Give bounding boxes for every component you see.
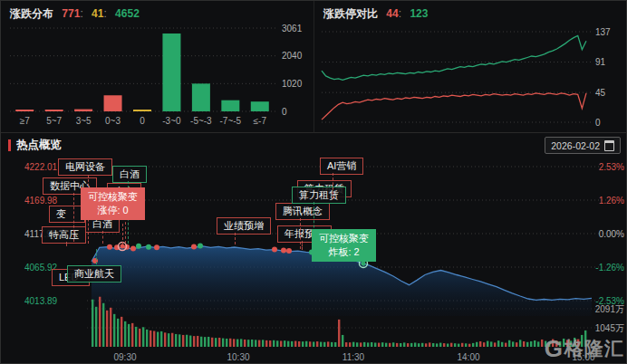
sector-label[interactable]: 央企 xyxy=(107,183,141,200)
x-category-label: -5~-3 xyxy=(190,116,212,126)
hotspot-header: 热点概览 xyxy=(8,138,62,153)
sector-label[interactable]: 白酒 xyxy=(85,216,120,233)
date-picker[interactable]: 2026-02-02 xyxy=(545,137,621,154)
volume-bar xyxy=(128,324,130,347)
volume-bar xyxy=(124,321,126,347)
limit-compare-line-chart: 04591137 xyxy=(314,21,627,133)
volume-bar xyxy=(537,341,539,347)
volume-bar xyxy=(508,340,510,347)
colon: : xyxy=(80,7,82,20)
sector-label[interactable]: 腾讯概念 xyxy=(275,203,330,220)
x-category-label: ≥7 xyxy=(20,116,30,126)
event-dot-green xyxy=(198,244,203,249)
volume-bar xyxy=(468,344,470,347)
event-dot-red xyxy=(281,248,286,254)
volume-bar xyxy=(418,343,420,347)
volume-bar xyxy=(139,329,140,347)
volume-bar xyxy=(541,340,543,347)
volume-bar xyxy=(258,340,260,347)
volume-bar xyxy=(414,342,416,347)
panel-rise-fall-distribution: 涨跌分布 771: 41: 4652 0102020403061≥75~73~5… xyxy=(1,1,314,133)
volume-bar xyxy=(501,342,503,347)
volume-bar xyxy=(157,332,159,347)
volume-bar xyxy=(92,300,93,347)
volume-bar xyxy=(519,340,521,347)
volume-bar xyxy=(483,342,485,347)
right-axis-label: 0.00% xyxy=(599,229,624,239)
volume-bar xyxy=(240,339,242,347)
volume-bar xyxy=(327,341,329,347)
event-dot-red xyxy=(107,244,112,250)
sector-label[interactable]: 年报预增 xyxy=(277,225,332,243)
volume-bar xyxy=(269,340,271,347)
event-dot-red xyxy=(92,258,98,263)
event-ring-dot xyxy=(362,261,366,265)
volume-bar xyxy=(476,342,477,347)
volume-bar xyxy=(178,334,180,347)
volume-bar xyxy=(309,341,311,347)
sector-label[interactable]: 白酒 xyxy=(112,166,147,183)
sector-label[interactable]: 变 xyxy=(49,206,85,223)
market-dashboard: 涨跌分布 771: 41: 4652 0102020403061≥75~73~5… xyxy=(0,0,627,364)
volume-bar xyxy=(135,327,137,347)
distribution-bar-chart: 0102020403061≥75~73~50~30-3~0-5~-3-7~-5≤… xyxy=(1,21,314,133)
sector-label[interactable]: 业绩预增 xyxy=(217,217,271,235)
volume-bar xyxy=(487,341,488,347)
right-axis-label: -1.26% xyxy=(595,263,624,273)
volume-bar xyxy=(381,342,383,347)
sector-label[interactable]: 电网设备 xyxy=(58,158,112,176)
volume-bar xyxy=(530,341,532,347)
volume-bar xyxy=(320,342,322,347)
volume-bar xyxy=(153,331,155,347)
volume-bar xyxy=(363,342,365,347)
volume-bar xyxy=(204,337,206,347)
volume-bar xyxy=(378,343,380,347)
volume-bar xyxy=(211,338,213,347)
volume-bar xyxy=(494,342,496,347)
volume-bar xyxy=(200,337,202,347)
volume-bar xyxy=(99,297,101,347)
sector-label[interactable]: 数据中心 xyxy=(43,177,97,195)
flat-count: 41 xyxy=(92,7,103,20)
volume-bar xyxy=(265,340,267,347)
volume-bar xyxy=(182,335,184,347)
event-dot-red xyxy=(272,247,277,253)
event-dot-red xyxy=(286,248,292,254)
limit-up-line xyxy=(322,93,586,120)
x-category-label: -7~-5 xyxy=(220,116,242,126)
sector-label[interactable]: 特高压 xyxy=(42,226,86,244)
watermark-logo: G 格隆汇 xyxy=(545,336,624,361)
volume-bar xyxy=(280,340,282,347)
volume-bar xyxy=(110,308,111,347)
volume-bar xyxy=(117,319,119,347)
volume-bar xyxy=(349,342,351,347)
dist-bar xyxy=(221,101,239,111)
y-tick-label: 1020 xyxy=(282,79,303,89)
left-axis-label: 4169.98 xyxy=(24,196,58,206)
hotspot-title: 热点概览 xyxy=(16,138,62,153)
volume-bar xyxy=(262,340,264,347)
y-tick-label: 3061 xyxy=(282,24,303,34)
sector-label[interactable]: 算力租赁 xyxy=(292,187,346,204)
calendar-icon xyxy=(604,140,614,151)
dist-bar xyxy=(74,110,92,111)
x-tick-label: 11:30 xyxy=(342,352,365,362)
volume-bar xyxy=(429,342,430,347)
volume-bar xyxy=(450,343,452,347)
limit-compare-title: 涨跌停对比 xyxy=(323,7,378,20)
x-category-label: 3~5 xyxy=(76,116,92,126)
event-dot-green xyxy=(146,244,151,250)
event-dot-green xyxy=(309,250,314,255)
down-count: 4652 xyxy=(115,7,140,20)
limit-down-line xyxy=(322,35,586,80)
sector-label[interactable]: AI营销 xyxy=(320,158,363,175)
sector-label[interactable]: 商业航天 xyxy=(67,265,121,283)
volume-bar xyxy=(497,340,499,347)
x-tick-label: 09:30 xyxy=(113,352,136,362)
volume-bar xyxy=(323,342,325,347)
volume-bar xyxy=(526,342,528,347)
volume-bar xyxy=(215,338,217,347)
volume-bar xyxy=(400,343,401,347)
volume-bar xyxy=(218,338,220,347)
volume-bar xyxy=(150,330,151,347)
